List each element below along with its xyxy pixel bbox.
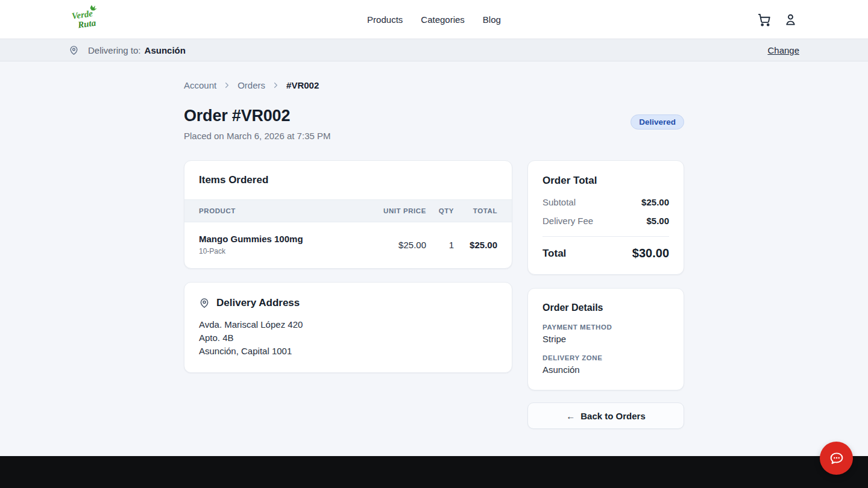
subtotal-row: Subtotal $25.00 (542, 197, 669, 207)
top-navbar: Verde Ruta Products Categories Blog (0, 0, 868, 39)
subtotal-value: $25.00 (641, 197, 669, 207)
nav-link-categories[interactable]: Categories (421, 14, 465, 25)
address-card-title: Delivery Address (216, 297, 300, 309)
back-button-label: Back to Orders (580, 411, 646, 421)
cart-icon[interactable] (756, 11, 772, 27)
items-card-header: Items Ordered (184, 161, 512, 199)
address-line-2: Apto. 4B (199, 331, 497, 345)
order-title-block: Order #VR002 Placed on March 6, 2026 at … (184, 107, 330, 141)
change-zone-link[interactable]: Change (767, 45, 799, 55)
unit-price-value: $25.00 (372, 240, 426, 250)
delivery-zone-bar: Delivering to: Asunción Change (0, 39, 868, 61)
delivery-address-card: Delivery Address Avda. Mariscal López 42… (184, 282, 512, 373)
summary-divider (542, 236, 669, 237)
delivery-fee-row: Delivery Fee $5.00 (542, 216, 669, 226)
breadcrumb-current-order: #VR002 (286, 80, 319, 90)
breadcrumb-account[interactable]: Account (184, 80, 216, 90)
qty-value: 1 (426, 240, 454, 250)
nav-link-products[interactable]: Products (367, 14, 403, 25)
subtotal-label: Subtotal (542, 197, 576, 207)
user-icon[interactable] (782, 11, 798, 27)
address-line-3: Asunción, Capital 1001 (199, 345, 497, 358)
chevron-right-icon (222, 81, 231, 90)
items-card-title: Items Ordered (199, 174, 497, 186)
delivery-zone-value: Asunción (145, 45, 186, 55)
address-card-header: Delivery Address (199, 297, 497, 309)
product-variant: 10-Pack (199, 247, 372, 255)
col-header-product: PRODUCT (199, 207, 372, 214)
header-actions (756, 11, 798, 27)
order-total-title: Order Total (542, 175, 669, 187)
order-right-column: Order Total Subtotal $25.00 Delivery Fee… (527, 160, 684, 429)
payment-method-value: Stripe (542, 334, 669, 344)
back-to-orders-button[interactable]: ← Back to Orders (527, 402, 684, 429)
order-content-grid: Items Ordered PRODUCT UNIT PRICE QTY TOT… (184, 160, 684, 429)
order-details-title: Order Details (542, 302, 669, 313)
payment-method-label: PAYMENT METHOD (542, 324, 669, 331)
delivery-fee-value: $5.00 (646, 216, 669, 226)
nav-link-blog[interactable]: Blog (483, 14, 501, 25)
order-detail-page: Account Orders #VR002 Order #VR002 Place… (184, 61, 684, 429)
location-pin-icon (199, 298, 210, 308)
order-placed-date: Placed on March 6, 2026 at 7:35 PM (184, 131, 330, 141)
col-header-unit-price: UNIT PRICE (372, 207, 426, 214)
total-row: Total $30.00 (542, 246, 669, 260)
product-cell: Mango Gummies 100mg 10-Pack (199, 234, 372, 255)
order-header: Order #VR002 Placed on March 6, 2026 at … (184, 107, 684, 141)
order-details-card: Order Details PAYMENT METHOD Stripe DELI… (527, 288, 684, 390)
delivering-to-label: Delivering to: (88, 45, 141, 55)
product-name: Mango Gummies 100mg (199, 234, 372, 244)
order-total-card: Order Total Subtotal $25.00 Delivery Fee… (527, 160, 684, 275)
total-label: Total (542, 248, 566, 260)
col-header-total: TOTAL (454, 207, 497, 214)
delivery-zone-value: Asunción (542, 364, 669, 375)
chat-widget-button[interactable] (820, 442, 853, 475)
footer (0, 456, 868, 488)
address-line-1: Avda. Mariscal López 420 (199, 318, 497, 331)
chat-bubble-icon (828, 450, 845, 467)
items-ordered-card: Items Ordered PRODUCT UNIT PRICE QTY TOT… (184, 160, 512, 269)
chevron-right-icon (271, 81, 280, 90)
delivery-zone-label: DELIVERY ZONE (542, 354, 669, 361)
address-lines: Avda. Mariscal López 420 Apto. 4B Asunci… (199, 318, 497, 358)
page-title: Order #VR002 (184, 107, 330, 125)
location-pin-icon (69, 45, 79, 55)
table-row: Mango Gummies 100mg 10-Pack $25.00 1 $25… (184, 222, 512, 268)
breadcrumb: Account Orders #VR002 (184, 80, 684, 90)
breadcrumb-orders[interactable]: Orders (237, 80, 265, 90)
line-total-value: $25.00 (454, 240, 497, 250)
items-table-header: PRODUCT UNIT PRICE QTY TOTAL (184, 199, 512, 222)
status-badge: Delivered (631, 114, 684, 130)
delivery-fee-label: Delivery Fee (542, 216, 593, 226)
total-value: $30.00 (632, 246, 669, 260)
left-arrow-icon: ← (566, 411, 575, 421)
summary-rows: Subtotal $25.00 Delivery Fee $5.00 (542, 197, 669, 226)
order-left-column: Items Ordered PRODUCT UNIT PRICE QTY TOT… (184, 160, 512, 373)
col-header-qty: QTY (426, 207, 454, 214)
page: Verde Ruta Products Categories Blog (0, 0, 868, 488)
main-nav: Products Categories Blog (0, 14, 868, 25)
